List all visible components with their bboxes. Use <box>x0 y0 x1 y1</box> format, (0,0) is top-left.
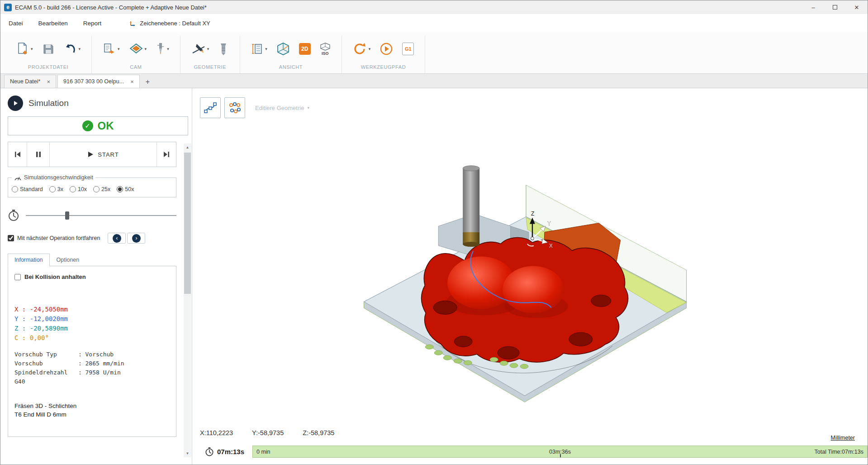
speed-50x[interactable]: 50x <box>117 186 134 192</box>
axis-y-label: Y <box>547 221 551 227</box>
menu-datei[interactable]: Datei <box>9 20 23 27</box>
menu-bearbeiten[interactable]: Bearbeiten <box>38 20 68 27</box>
skip-to-end-button[interactable] <box>157 142 176 167</box>
stopwatch-icon <box>8 209 19 222</box>
tab-optionen[interactable]: Optionen <box>50 254 86 266</box>
edit-points-button[interactable] <box>224 97 245 118</box>
edit-polyline-button[interactable] <box>200 97 221 118</box>
speed-10x-radio[interactable] <box>70 186 76 192</box>
close-button[interactable]: ✕ <box>846 0 868 14</box>
toolpath-simulate-button[interactable] <box>378 40 395 58</box>
scrollbar-thumb[interactable] <box>184 153 191 294</box>
add-tab-button[interactable]: + <box>141 78 154 88</box>
progress-start-label: 0 min <box>256 449 270 455</box>
speed-10x[interactable]: 10x <box>70 186 87 192</box>
ribbon-group-label: ANSICHT <box>279 64 303 70</box>
dropdown-icon: ▾ <box>265 47 267 51</box>
view-2d-button[interactable]: 2D <box>297 41 313 57</box>
speed-25x[interactable]: 25x <box>93 186 110 192</box>
bolt-icon <box>218 42 229 56</box>
undo-button[interactable]: ▾ <box>62 41 83 57</box>
speed-standard-radio[interactable] <box>12 186 18 192</box>
doc-tab-916-307-303[interactable]: 916 307 303 00 Oelpu... × <box>57 75 140 88</box>
prev-icon: ‹ <box>113 234 121 243</box>
collision-stop-checkbox[interactable] <box>14 274 21 280</box>
content-area: Simulation ✓ OK <box>0 88 868 465</box>
simulation-play-button[interactable] <box>8 96 23 111</box>
speed-25x-radio[interactable] <box>93 186 100 192</box>
menubar: Datei Bearbeiten Report Zeichenebene : D… <box>0 14 868 32</box>
slider-track[interactable] <box>26 215 176 216</box>
minimize-button[interactable]: – <box>802 0 824 14</box>
previous-operation-button[interactable]: ‹ <box>108 233 126 244</box>
edit-geometry-dropdown[interactable]: Editiere Geometrie ▾ <box>255 105 309 111</box>
cam-operation-button[interactable]: ▾ <box>127 40 149 58</box>
position-y: Y : -12,0020mm <box>14 314 170 324</box>
ok-check-icon: ✓ <box>82 120 93 131</box>
cam-postprocessor-button[interactable]: ▾ <box>101 40 122 58</box>
save-project-button[interactable] <box>40 41 57 57</box>
speed-standard[interactable]: Standard <box>12 186 43 192</box>
ribbon-group-label: PROJEKTDATEI <box>28 64 69 70</box>
drawing-plane-control[interactable]: Zeichenebene : Default XY <box>129 19 210 27</box>
next-icon: › <box>132 234 141 243</box>
speed-3x[interactable]: 3x <box>49 186 63 192</box>
next-operation-button[interactable]: › <box>127 233 145 244</box>
progress-total-label: Total Time:07m:13s <box>815 449 863 455</box>
cube-3d-icon <box>276 42 290 56</box>
viewport: Editiere Geometrie ▾ <box>192 88 868 465</box>
view-stock-button[interactable]: ▾ <box>249 40 269 58</box>
speed-3x-radio[interactable] <box>49 186 56 192</box>
simulation-progress-bar[interactable]: 0 min 03m:36s Total Time:07m:13s <box>252 446 868 458</box>
new-file-icon <box>16 42 29 56</box>
toolpath-gcode-button[interactable]: G1 <box>400 41 416 57</box>
skip-end-icon <box>163 151 170 158</box>
elapsed-time-value: 07m:13s <box>217 448 244 455</box>
speed-50x-radio[interactable] <box>117 186 123 192</box>
scroll-up-icon[interactable]: ▲ <box>184 144 191 151</box>
units-link[interactable]: Millimeter <box>831 435 855 441</box>
geometry-draw-button[interactable]: ▾ <box>190 40 211 58</box>
face-mill-icon <box>129 42 143 56</box>
menu-report[interactable]: Report <box>83 20 102 27</box>
ribbon-group-ansicht: ▾ 2D ISO <box>240 36 342 73</box>
new-project-button[interactable]: ▾ <box>14 40 35 58</box>
scroll-down-icon[interactable]: ▼ <box>184 450 191 457</box>
position-readout: X : -24,5050mm Y : -12,0020mm Z : -20,58… <box>14 305 170 343</box>
maximize-button[interactable] <box>824 0 846 14</box>
feed-line: Vorschub : 2865 mm/min <box>14 359 170 368</box>
start-label: START <box>98 151 119 158</box>
speed-option-label: 10x <box>78 186 87 192</box>
view-3d-button[interactable] <box>275 40 292 58</box>
view-iso-button[interactable]: ISO <box>318 41 332 58</box>
start-button[interactable]: START <box>50 142 157 167</box>
axis-z-label: Z <box>531 211 534 217</box>
axis-x-label: X <box>549 243 553 249</box>
feed-line: Spindeldrehzahl : 7958 U/min <box>14 368 170 377</box>
status-row: 07m:13s 0 min 03m:36s Total Time:07m:13s <box>192 446 868 458</box>
toolpath-regenerate-button[interactable]: ▾ <box>351 40 373 58</box>
ribbon-group-werkzeugpfad: ▾ G1 WERKZEUGPFAD <box>342 36 426 73</box>
slider-thumb[interactable] <box>65 211 69 220</box>
simulation-header: Simulation <box>8 96 176 111</box>
viewport-3d-canvas[interactable]: Z Y X <box>192 88 868 465</box>
play-icon <box>12 100 19 106</box>
point-grid-icon <box>228 101 242 115</box>
pause-button[interactable] <box>27 142 50 167</box>
speed-slider-row <box>8 209 176 222</box>
close-tab-icon[interactable]: × <box>47 78 50 85</box>
cam-tool-button[interactable]: ▾ <box>154 40 171 58</box>
continue-next-checkbox[interactable] <box>8 235 14 241</box>
cursor-z: Z:-58,9735 <box>303 429 334 436</box>
ribbon-group-label: CAM <box>130 64 142 70</box>
simulation-slider[interactable] <box>26 211 176 220</box>
close-tab-icon[interactable]: × <box>130 78 134 85</box>
geometry-fastener-button[interactable] <box>216 40 231 58</box>
doc-tab-neue-datei[interactable]: Neue Datei* × <box>4 75 56 88</box>
speed-group: Simulationsgeschwindigkeit Standard 3x 1… <box>8 174 176 197</box>
viewport-toolbar: Editiere Geometrie ▾ <box>200 97 309 118</box>
panel-scrollbar[interactable]: ▲ ▼ <box>184 144 191 457</box>
maximize-icon <box>833 5 837 10</box>
skip-to-start-button[interactable] <box>8 142 27 167</box>
tab-information[interactable]: Information <box>8 254 50 266</box>
